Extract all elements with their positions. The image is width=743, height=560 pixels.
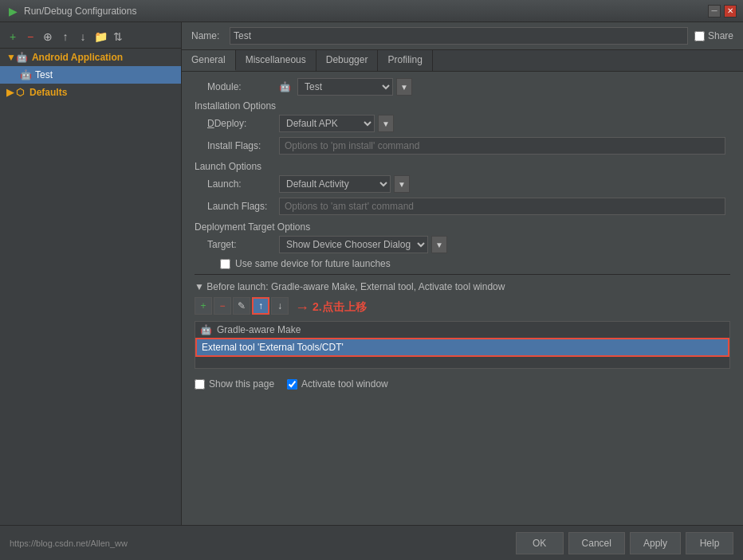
- before-launch-label: ▼ Before launch: Gradle-aware Make, Exte…: [195, 281, 730, 292]
- annotation-1-area: → 2.点击上移: [295, 300, 367, 316]
- target-select[interactable]: Show Device Chooser Dialog: [279, 236, 428, 253]
- external-tool-label: External tool 'External Tools/CDT': [202, 342, 344, 353]
- cancel-button[interactable]: Cancel: [568, 532, 625, 554]
- target-select-wrapper: Show Device Chooser Dialog ▼: [279, 236, 447, 253]
- launch-label: Launch:: [207, 178, 279, 190]
- sidebar-test-label: Test: [35, 69, 53, 80]
- launch-down-button[interactable]: ↓: [271, 297, 289, 315]
- tab-debugger[interactable]: Debugger: [316, 50, 379, 71]
- help-button[interactable]: Help: [686, 532, 733, 554]
- app-icon: ▶: [6, 5, 19, 18]
- launch-edit-button[interactable]: ✎: [233, 297, 250, 315]
- share-label: Share: [708, 30, 733, 41]
- installation-options-label: Installation Options: [195, 100, 730, 112]
- target-row: Target: Show Device Chooser Dialog ▼: [195, 236, 730, 253]
- bottom-bar: https://blog.csdn.net/Allen_ww OK Cancel…: [0, 525, 743, 560]
- module-select[interactable]: Test: [297, 78, 393, 96]
- launch-select[interactable]: Default Activity: [279, 175, 391, 193]
- launch-flags-input[interactable]: [279, 198, 725, 215]
- install-flags-input[interactable]: [279, 137, 725, 155]
- sidebar-item-test[interactable]: 🤖 Test: [0, 66, 181, 84]
- deploy-dropdown-arrow[interactable]: ▼: [378, 115, 394, 132]
- deployment-target-label: Deployment Target Options: [195, 221, 730, 233]
- install-flags-label: Install Flags:: [207, 140, 279, 151]
- tabs-bar: General Miscellaneous Debugger Profiling: [182, 50, 743, 72]
- activate-tool-item: Activate tool window: [287, 378, 388, 390]
- collapse-icon: ▶: [6, 87, 14, 98]
- arrow-right-icon-1: →: [295, 300, 309, 316]
- launch-remove-button[interactable]: −: [214, 297, 231, 315]
- tab-miscellaneous[interactable]: Miscellaneous: [236, 50, 316, 71]
- move-down-button[interactable]: ↓: [75, 29, 91, 45]
- name-input[interactable]: [230, 27, 688, 45]
- show-page-label: Show this page: [209, 378, 274, 390]
- launch-flags-row: Launch Flags:: [195, 198, 730, 215]
- module-android-icon: 🤖: [279, 81, 291, 92]
- annotation-1-text: 2.点击上移: [313, 300, 367, 315]
- apply-button[interactable]: Apply: [630, 532, 681, 554]
- expand-icon: ▼: [6, 52, 16, 63]
- tab-general[interactable]: General: [182, 50, 236, 71]
- add-config-button[interactable]: +: [5, 29, 21, 45]
- module-select-wrapper: 🤖 Test ▼: [279, 78, 412, 96]
- sidebar: + − ⊕ ↑ ↓ 📁 ⇅ ▼ 🤖 Android Application 🤖 …: [0, 22, 182, 525]
- launch-row: Launch: Default Activity ▼: [195, 175, 730, 193]
- gradle-label: Gradle-aware Make: [217, 324, 301, 335]
- folder-button[interactable]: 📁: [92, 29, 108, 45]
- remove-config-button[interactable]: −: [22, 29, 38, 45]
- launch-dropdown-arrow[interactable]: ▼: [394, 175, 410, 193]
- close-button[interactable]: ✕: [724, 5, 737, 18]
- launch-toolbar-row: + − ✎ ↑ ↓ → 2.点击上移: [195, 297, 730, 318]
- activate-tool-checkbox[interactable]: [287, 379, 297, 390]
- module-row: Module: 🤖 Test ▼: [195, 78, 730, 96]
- tab-profiling[interactable]: Profiling: [378, 50, 432, 71]
- title-bar-text: Run/Debug Configurations: [24, 6, 708, 17]
- move-up-button[interactable]: ↑: [57, 29, 73, 45]
- title-bar-controls: ─ ✕: [708, 5, 737, 18]
- deploy-label: DDeploy:: [207, 118, 279, 129]
- deploy-select-wrapper: Default APK ▼: [279, 115, 394, 132]
- sidebar-defaults-label: Defaults: [29, 87, 67, 98]
- title-bar: ▶ Run/Debug Configurations ─ ✕: [0, 0, 743, 22]
- defaults-icon: ⬡: [14, 86, 26, 99]
- form-area: Module: 🤖 Test ▼ Installation Options DD…: [182, 72, 743, 525]
- launch-select-wrapper: Default Activity ▼: [279, 175, 410, 193]
- content-area: Name: Share General Miscellaneous Debugg…: [182, 22, 743, 525]
- activate-tool-label: Activate tool window: [301, 378, 388, 390]
- minimize-button[interactable]: ─: [708, 5, 721, 18]
- copy-config-button[interactable]: ⊕: [40, 29, 56, 45]
- bottom-checkboxes: Show this page Activate tool window: [195, 378, 730, 390]
- launch-options-label: Launch Options: [195, 161, 730, 172]
- same-device-checkbox[interactable]: [220, 259, 230, 269]
- launch-list: 🤖 Gradle-aware Make External tool 'Exter…: [195, 321, 730, 369]
- launch-up-button[interactable]: ↑: [252, 297, 269, 315]
- module-label: Module:: [207, 81, 279, 92]
- module-dropdown-arrow[interactable]: ▼: [396, 78, 412, 96]
- sidebar-item-android-app[interactable]: ▼ 🤖 Android Application: [0, 49, 181, 66]
- android-icon: 🤖: [16, 51, 29, 64]
- sidebar-item-defaults[interactable]: ▶ ⬡ Defaults: [0, 84, 181, 101]
- share-checkbox[interactable]: [694, 31, 705, 41]
- sort-button[interactable]: ⇅: [110, 29, 126, 45]
- before-launch-section: ▼ Before launch: Gradle-aware Make, Exte…: [195, 281, 730, 390]
- watermark: https://blog.csdn.net/Allen_ww: [10, 538, 128, 548]
- install-flags-row: Install Flags:: [195, 137, 730, 155]
- deploy-select[interactable]: Default APK: [279, 115, 375, 132]
- target-dropdown-arrow[interactable]: ▼: [431, 236, 447, 253]
- launch-item-wrapper: External tool 'External Tools/CDT' → 1.选…: [195, 338, 729, 357]
- same-device-row: Use same device for future launches: [195, 258, 730, 269]
- name-label: Name:: [191, 30, 223, 41]
- deploy-row: DDeploy: Default APK ▼: [195, 115, 730, 132]
- test-android-icon: 🤖: [19, 69, 32, 81]
- launch-item-gradle[interactable]: 🤖 Gradle-aware Make: [195, 322, 729, 338]
- show-page-checkbox[interactable]: [195, 379, 205, 390]
- launch-add-button[interactable]: +: [195, 297, 212, 315]
- launch-item-external-tool[interactable]: External tool 'External Tools/CDT': [195, 338, 729, 357]
- launch-flags-label: Launch Flags:: [207, 201, 279, 212]
- launch-toolbar: + − ✎ ↑ ↓: [195, 297, 289, 315]
- show-page-item: Show this page: [195, 378, 274, 390]
- sidebar-toolbar: + − ⊕ ↑ ↓ 📁 ⇅: [0, 25, 181, 49]
- gradle-icon: 🤖: [200, 324, 212, 335]
- same-device-label: Use same device for future launches: [235, 258, 391, 269]
- ok-button[interactable]: OK: [516, 532, 564, 554]
